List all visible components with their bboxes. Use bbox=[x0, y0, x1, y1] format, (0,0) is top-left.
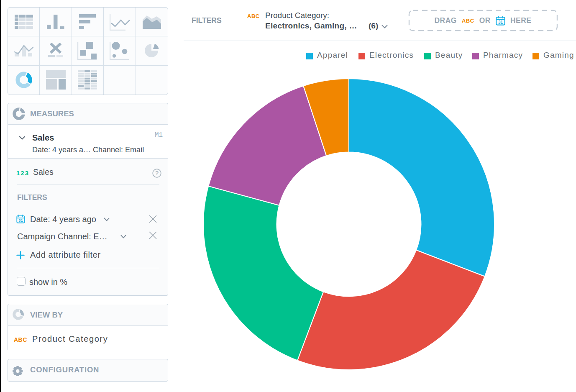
svg-text:31: 31 bbox=[498, 20, 503, 25]
svg-text:31: 31 bbox=[18, 218, 23, 223]
svg-text:?: ? bbox=[155, 169, 159, 177]
